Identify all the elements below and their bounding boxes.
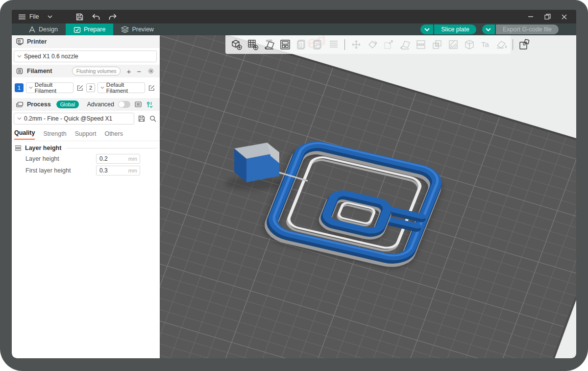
file-menu[interactable]: File	[12, 13, 54, 21]
redo-icon[interactable]	[108, 13, 117, 21]
export-gcode-dropdown[interactable]	[482, 25, 495, 34]
toolbar-separator	[513, 39, 513, 50]
auto-label: AUTO	[266, 40, 272, 42]
tab-prepare-label: Prepare	[84, 26, 105, 33]
minimize-icon[interactable]	[526, 13, 535, 21]
process-preset-value: 0.2mm - Fine - Quick @Speed X1	[24, 115, 112, 122]
advanced-label: Advanced	[87, 101, 114, 108]
remove-filament-button[interactable]: −	[137, 68, 141, 75]
scope-global[interactable]: Global	[56, 100, 79, 108]
tab-design[interactable]: Design	[21, 24, 66, 35]
auto-orient-icon[interactable]: AUTO	[262, 38, 276, 51]
chevron-down-icon	[46, 13, 54, 21]
slice-plate-label[interactable]: Slice plate	[434, 25, 476, 34]
edit-filament-1-icon[interactable]	[76, 84, 84, 92]
docP-label: P	[316, 43, 319, 48]
assembly-view-icon[interactable]	[517, 38, 531, 51]
support-painting-icon	[446, 38, 460, 51]
filament-row: 1 Default Filament 2 Default Filament	[12, 77, 160, 98]
edit-filament-2-icon[interactable]	[147, 84, 155, 92]
filament-2-select[interactable]: Default Filament	[98, 82, 145, 93]
design-icon	[28, 26, 36, 33]
close-icon[interactable]	[560, 13, 568, 21]
history-buttons	[75, 13, 117, 21]
tab-preview-label: Preview	[132, 26, 153, 33]
save-preset-icon[interactable]	[138, 115, 146, 123]
doc0-label: 0	[299, 43, 302, 48]
viewport-3d[interactable]: ed AUTO 0	[160, 35, 576, 358]
process-preset-row: 0.2mm - Fine - Quick @Speed X1	[12, 111, 160, 126]
slice-plate-button: Slice plate	[420, 25, 476, 34]
scope-toggle[interactable]: Global Objects	[56, 100, 84, 108]
tab-strength[interactable]: Strength	[43, 130, 66, 140]
arrange-icon[interactable]	[278, 38, 292, 51]
file-menu-label: File	[29, 13, 39, 20]
text-tool-icon: Ta	[478, 38, 492, 51]
param-row-first-layer-height: First layer height mm	[12, 165, 160, 176]
printer-preset-select[interactable]: Speed X1 0.6 nozzle	[14, 50, 157, 62]
printer-section-title: Printer	[27, 38, 47, 45]
filament-section-header: Filament Flushing volumes + −	[12, 65, 160, 77]
add-filament-button[interactable]: +	[126, 68, 131, 75]
tab-others[interactable]: Others	[104, 130, 123, 140]
slice-plate-dropdown[interactable]	[420, 25, 433, 34]
filament-settings-gear-icon[interactable]	[147, 67, 155, 75]
tab-preview[interactable]: Preview	[113, 24, 161, 35]
layer-height-label: Layer height	[25, 155, 96, 162]
variable-layer-height-icon	[326, 38, 341, 51]
process-preset-select[interactable]: 0.2mm - Fine - Quick @Speed X1	[14, 113, 134, 124]
flushing-volumes-button[interactable]: Flushing volumes	[72, 67, 121, 75]
process-icon	[16, 100, 24, 108]
divider	[66, 148, 157, 148]
seam-painting-icon	[462, 38, 476, 51]
printer-preset-value: Speed X1 0.6 nozzle	[24, 53, 78, 60]
tab-support[interactable]: Support	[75, 130, 97, 140]
advanced-toggle[interactable]	[118, 101, 130, 108]
param-row-layer-height: Layer height mm	[12, 153, 160, 165]
layer-height-group-header: Layer height	[12, 141, 160, 153]
hamburger-icon	[18, 13, 26, 21]
layer-height-group-title: Layer height	[25, 145, 61, 151]
add-object-icon[interactable]	[229, 38, 244, 51]
undo-icon[interactable]	[92, 13, 100, 21]
mode-tab-bar: Design Prepare Preview Slice plate	[12, 24, 576, 35]
process-tabs: Quality Strength Support Others	[12, 126, 160, 140]
layer-height-input[interactable]	[97, 155, 123, 162]
prepare-icon	[74, 26, 81, 33]
search-preset-icon[interactable]	[149, 115, 157, 123]
chevron-down-icon	[100, 86, 104, 89]
preview-icon	[121, 26, 129, 33]
printer-icon	[16, 38, 24, 46]
parameter-table-icon[interactable]	[134, 100, 142, 108]
move-icon	[349, 38, 363, 51]
window-controls	[526, 13, 576, 21]
mesh-boolean-icon	[430, 38, 444, 51]
save-icon[interactable]	[75, 13, 84, 21]
filament-2-badge[interactable]: 2	[86, 83, 95, 92]
chevron-down-icon	[17, 117, 22, 120]
tab-quality[interactable]: Quality	[14, 129, 35, 140]
export-gcode-label: Export G-code file	[496, 25, 559, 34]
layer-height-unit: mm	[128, 156, 140, 162]
filament-1-select[interactable]: Default Filament	[26, 82, 74, 93]
place-on-face-icon	[397, 38, 412, 51]
first-layer-height-field: mm	[96, 166, 140, 175]
chevron-down-icon	[17, 55, 22, 58]
build-plate-scene	[160, 35, 576, 358]
filament-1-badge[interactable]: 1	[15, 83, 24, 92]
tab-prepare[interactable]: Prepare	[66, 24, 113, 35]
viewport-toolbar: AUTO 0 P	[225, 35, 511, 54]
first-layer-height-unit: mm	[128, 168, 140, 173]
text-tool-label: Ta	[481, 40, 490, 49]
compare-presets-icon[interactable]	[146, 100, 154, 108]
first-layer-height-input[interactable]	[97, 167, 123, 174]
filament-icon	[16, 67, 24, 75]
layer-height-icon	[14, 144, 22, 152]
layer-height-field: mm	[96, 154, 140, 164]
add-plate-icon[interactable]	[245, 38, 260, 51]
first-layer-height-label: First layer height	[25, 167, 96, 174]
restore-icon[interactable]	[543, 13, 552, 21]
app-window: File	[12, 10, 576, 358]
printer-section-header: Printer	[12, 35, 160, 48]
chevron-down-icon	[29, 86, 33, 89]
